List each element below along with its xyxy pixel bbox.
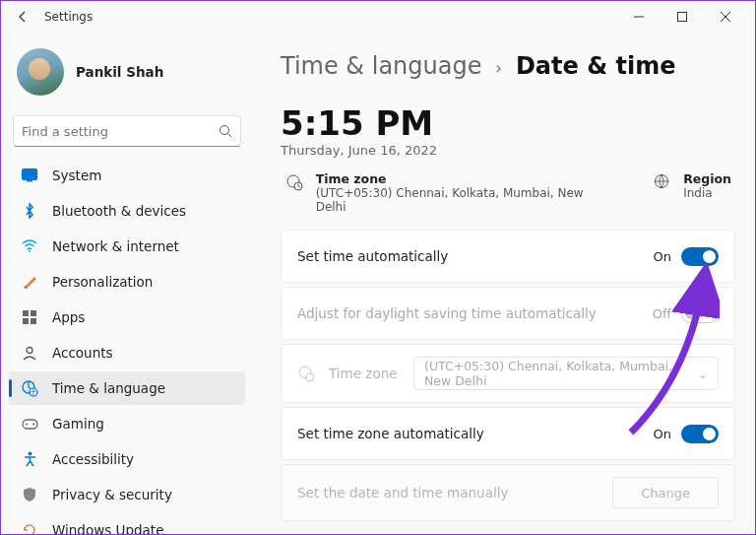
set-tz-auto-card: Set time zone automatically On	[281, 407, 735, 460]
change-button: Change	[612, 477, 719, 508]
profile[interactable]: Pankil Shah	[9, 44, 245, 107]
svg-line-3	[228, 134, 232, 138]
sidebar-item-time-language[interactable]: Time & language	[9, 371, 245, 405]
sidebar-item-label: Apps	[52, 309, 85, 325]
sidebar-item-label: Network & internet	[52, 238, 179, 254]
wifi-icon	[21, 237, 38, 255]
sidebar-item-label: Accounts	[52, 345, 113, 361]
globe-clock-icon	[21, 379, 38, 397]
set-time-auto-toggle[interactable]	[681, 247, 719, 266]
sidebar-item-label: Bluetooth & devices	[52, 203, 186, 219]
svg-point-2	[220, 126, 229, 135]
svg-point-22	[306, 373, 314, 381]
setting-label: Set time automatically	[297, 248, 448, 264]
window-title: Settings	[44, 10, 93, 24]
svg-rect-5	[27, 180, 32, 182]
globe-clock-icon	[297, 365, 315, 382]
svg-point-17	[28, 452, 32, 456]
sidebar-item-label: Gaming	[52, 416, 104, 432]
accessibility-icon	[21, 450, 38, 468]
sidebar-item-update[interactable]: Windows Update	[9, 513, 245, 534]
set-tz-auto-toggle[interactable]	[681, 425, 719, 443]
svg-rect-8	[31, 310, 36, 316]
sidebar: Pankil Shah System Bluetooth & devices N…	[1, 33, 253, 534]
toggle-state: Off	[653, 306, 671, 321]
region-info: Region India	[652, 171, 731, 214]
manual-time-card: Set the date and time manually Change	[281, 464, 735, 521]
svg-point-16	[32, 423, 34, 425]
timezone-select: (UTC+05:30) Chennai, Kolkata, Mumbai, Ne…	[413, 357, 719, 390]
svg-rect-14	[23, 420, 37, 429]
timezone-label: Time zone	[316, 171, 613, 186]
search-box[interactable]	[13, 115, 241, 147]
shield-icon	[21, 486, 38, 503]
person-icon	[21, 344, 38, 362]
brush-icon	[21, 273, 38, 291]
minimize-button[interactable]	[617, 1, 661, 33]
svg-point-15	[26, 423, 28, 425]
svg-rect-10	[31, 318, 36, 324]
avatar	[17, 48, 64, 96]
setting-label: Set time zone automatically	[297, 426, 484, 441]
select-value: (UTC+05:30) Chennai, Kolkata, Mumbai, Ne…	[424, 359, 698, 388]
dst-toggle	[681, 304, 719, 323]
setting-label: Adjust for daylight saving time automati…	[297, 305, 597, 321]
sidebar-item-accounts[interactable]: Accounts	[9, 336, 245, 369]
chevron-down-icon: ⌄	[698, 367, 708, 381]
globe-clock-icon	[284, 171, 304, 191]
svg-rect-4	[23, 169, 37, 180]
toggle-state: On	[654, 249, 671, 264]
nav: System Bluetooth & devices Network & int…	[9, 159, 245, 534]
sidebar-item-network[interactable]: Network & internet	[9, 230, 245, 263]
sidebar-item-apps[interactable]: Apps	[9, 301, 245, 334]
svg-rect-1	[678, 13, 687, 22]
timezone-info: Time zone (UTC+05:30) Chennai, Kolkata, …	[284, 171, 612, 214]
svg-rect-7	[23, 310, 29, 316]
maximize-button[interactable]	[661, 1, 704, 33]
svg-rect-9	[23, 318, 29, 324]
close-button[interactable]	[704, 1, 747, 33]
main-panel: Time & language › Date & time 5:15 PM Th…	[253, 33, 755, 534]
apps-icon	[21, 308, 38, 326]
sidebar-item-privacy[interactable]: Privacy & security	[9, 478, 245, 511]
sidebar-item-label: System	[52, 167, 101, 183]
sidebar-item-accessibility[interactable]: Accessibility	[9, 442, 245, 476]
region-label: Region	[683, 171, 731, 186]
breadcrumb-current: Date & time	[516, 52, 676, 80]
sidebar-item-label: Privacy & security	[52, 487, 172, 502]
toggle-state: On	[654, 427, 671, 441]
setting-label: Time zone	[329, 366, 398, 381]
breadcrumb: Time & language › Date & time	[281, 52, 735, 80]
titlebar: Settings	[1, 1, 755, 33]
game-icon	[21, 415, 38, 433]
sidebar-item-label: Time & language	[52, 380, 165, 396]
sidebar-item-personalization[interactable]: Personalization	[9, 265, 245, 299]
timezone-select-card: Time zone (UTC+05:30) Chennai, Kolkata, …	[281, 344, 735, 403]
sidebar-item-gaming[interactable]: Gaming	[9, 407, 245, 440]
svg-point-11	[27, 347, 32, 353]
clock-date: Thursday, June 16, 2022	[281, 143, 735, 158]
display-icon	[21, 167, 38, 184]
chevron-right-icon: ›	[495, 57, 502, 78]
sidebar-item-system[interactable]: System	[9, 159, 245, 192]
back-button[interactable]	[9, 3, 36, 31]
dst-card: Adjust for daylight saving time automati…	[281, 287, 735, 340]
globe-icon	[652, 171, 671, 189]
sidebar-item-bluetooth[interactable]: Bluetooth & devices	[9, 194, 245, 228]
set-time-auto-card: Set time automatically On	[281, 230, 735, 283]
search-input[interactable]	[22, 124, 219, 139]
profile-name: Pankil Shah	[76, 64, 163, 80]
region-value: India	[683, 186, 731, 200]
update-icon	[21, 521, 38, 534]
timezone-value: (UTC+05:30) Chennai, Kolkata, Mumbai, Ne…	[316, 186, 613, 214]
search-icon	[219, 124, 232, 138]
sidebar-item-label: Personalization	[52, 274, 153, 290]
breadcrumb-parent[interactable]: Time & language	[281, 52, 481, 80]
setting-label: Set the date and time manually	[297, 485, 508, 501]
sidebar-item-label: Accessibility	[52, 451, 134, 467]
svg-point-6	[29, 250, 31, 252]
sidebar-item-label: Windows Update	[52, 522, 163, 534]
clock-time: 5:15 PM	[281, 103, 735, 143]
bluetooth-icon	[21, 202, 38, 220]
